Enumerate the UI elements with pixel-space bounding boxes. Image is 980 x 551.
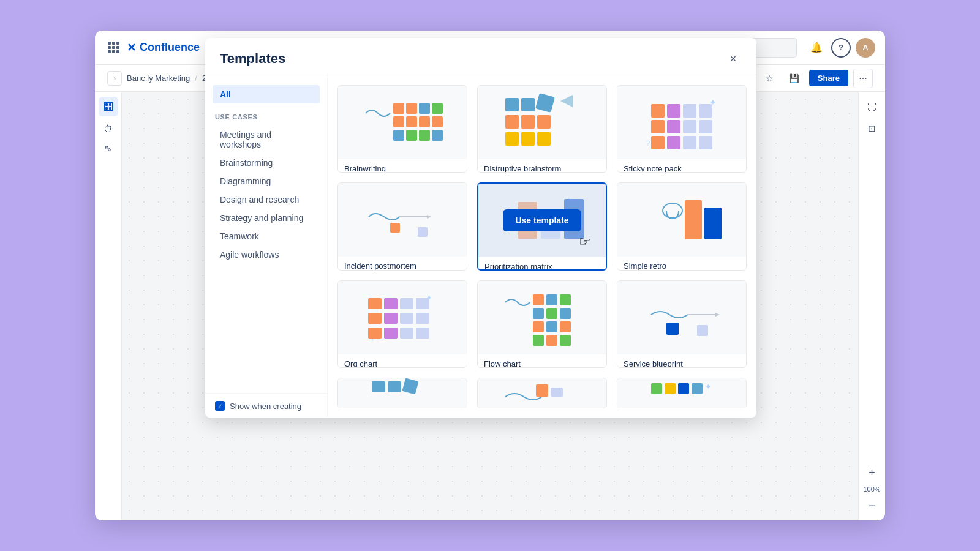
card-label-sticky: Sticky note pack xyxy=(617,159,746,173)
svg-rect-18 xyxy=(521,98,535,111)
save-icon[interactable]: 💾 xyxy=(785,69,804,88)
show-when-creating-checkbox[interactable]: ✓ xyxy=(215,401,225,411)
card-label-incident: Incident postmortem xyxy=(338,257,467,271)
sidebar-item-meetings[interactable]: Meetings and workshops xyxy=(213,126,320,154)
svg-rect-90 xyxy=(692,383,703,394)
svg-rect-69 xyxy=(546,308,557,319)
clock-icon[interactable]: ⏱ xyxy=(99,119,118,138)
card-preview-prioritization: ✦ Use template ☞ xyxy=(478,184,606,257)
zoom-out-button[interactable]: − xyxy=(862,496,882,515)
svg-rect-28 xyxy=(651,104,665,118)
more-options-button[interactable]: ··· xyxy=(853,69,873,88)
sidebar-item-teamwork[interactable]: Teamwork xyxy=(213,227,320,246)
sidebar-item-agile[interactable]: Agile workflows xyxy=(213,246,320,264)
card-preview-orgchart: ✦ ? xyxy=(338,281,467,354)
sidebar-item-design[interactable]: Design and research xyxy=(213,190,320,209)
svg-rect-4 xyxy=(109,107,111,110)
avatar[interactable]: A xyxy=(856,38,875,58)
template-card-partial2[interactable] xyxy=(477,378,607,408)
template-card-prioritization[interactable]: ✦ Use template ☞ xyxy=(477,182,607,271)
svg-rect-76 xyxy=(560,335,571,346)
svg-rect-33 xyxy=(667,120,680,133)
svg-rect-14 xyxy=(406,130,417,141)
svg-rect-74 xyxy=(533,335,544,346)
close-button[interactable]: × xyxy=(725,50,742,67)
card-preview-serviceblueprint xyxy=(617,281,746,354)
expand-icon[interactable]: ⛶ xyxy=(862,97,882,116)
card-label-serviceblueprint: Service blueprint xyxy=(617,354,746,368)
card-label-simpleretro: Simple retro xyxy=(617,257,746,271)
shrink-icon[interactable]: ⊡ xyxy=(862,119,882,138)
svg-rect-70 xyxy=(560,308,571,319)
template-card-partial1[interactable] xyxy=(337,378,467,408)
svg-rect-6 xyxy=(406,103,417,114)
notifications-icon[interactable]: 🔔 xyxy=(807,38,826,58)
svg-rect-1 xyxy=(105,103,108,106)
sidebar-toggle[interactable]: › xyxy=(107,71,122,86)
svg-rect-3 xyxy=(105,107,108,110)
svg-rect-9 xyxy=(393,116,404,127)
star-icon[interactable]: ☆ xyxy=(760,69,780,88)
svg-rect-82 xyxy=(388,381,401,392)
help-icon[interactable]: ? xyxy=(831,38,851,58)
card-preview-distruptive xyxy=(478,86,606,159)
template-card-orgchart[interactable]: ✦ ? xyxy=(337,280,467,368)
breadcrumb-workspace[interactable]: Banc.ly Marketing xyxy=(127,73,190,83)
template-card-incident[interactable]: Incident postmortem xyxy=(337,182,467,271)
template-card-flowchart[interactable]: Flow chart xyxy=(477,280,607,368)
use-template-button[interactable]: Use template xyxy=(503,209,581,231)
sidebar-item-diagramming[interactable]: Diagramming xyxy=(213,172,320,190)
app-logo[interactable]: ✕ Confluence xyxy=(127,41,200,54)
svg-rect-22 xyxy=(537,115,551,129)
svg-rect-55 xyxy=(400,298,413,309)
modal-header: Templates × xyxy=(205,38,756,75)
card-label-distruptive: Distruptive brainstorm xyxy=(478,159,606,173)
cursor-icon[interactable]: ⇖ xyxy=(99,138,118,158)
svg-rect-29 xyxy=(667,104,680,118)
svg-marker-78 xyxy=(715,313,720,317)
show-when-creating-label: Show when creating xyxy=(230,402,301,411)
templates-modal: Templates × All USE CASES Meetings and w… xyxy=(205,38,756,418)
template-card-sticky[interactable]: ✦ ? xyxy=(617,85,747,173)
svg-rect-65 xyxy=(533,294,544,305)
svg-rect-53 xyxy=(368,298,382,309)
sidebar-item-brainstorming[interactable]: Brainstorming xyxy=(213,154,320,172)
svg-rect-2 xyxy=(109,103,111,106)
svg-rect-12 xyxy=(432,116,443,127)
svg-rect-50 xyxy=(704,208,722,239)
template-card-distruptive[interactable]: Distruptive brainstorm xyxy=(477,85,607,173)
svg-text:✦: ✦ xyxy=(705,382,712,391)
svg-rect-62 xyxy=(384,328,398,339)
share-button[interactable]: Share xyxy=(809,70,848,86)
modal-title: Templates xyxy=(220,51,725,67)
svg-marker-41 xyxy=(427,215,431,219)
card-label-prioritization: Prioritization matrix xyxy=(478,257,606,271)
whiteboard-icon[interactable] xyxy=(99,97,118,116)
card-preview-simpleretro xyxy=(617,183,746,257)
all-templates-button[interactable]: All xyxy=(213,85,320,103)
svg-rect-38 xyxy=(683,136,696,149)
svg-rect-8 xyxy=(432,103,443,114)
breadcrumb-separator: / xyxy=(195,73,197,83)
svg-rect-10 xyxy=(406,116,417,127)
svg-rect-54 xyxy=(384,298,398,309)
svg-rect-13 xyxy=(393,130,404,141)
card-label-flowchart: Flow chart xyxy=(478,354,606,368)
sidebar-item-strategy[interactable]: Strategy and planning xyxy=(213,209,320,227)
template-card-partial3[interactable]: ✦ xyxy=(617,378,747,408)
svg-rect-43 xyxy=(418,227,428,237)
grid-apps-icon[interactable] xyxy=(105,39,122,56)
svg-rect-19 xyxy=(535,93,555,113)
svg-rect-72 xyxy=(546,321,557,332)
card-preview-partial3: ✦ xyxy=(617,378,746,408)
svg-rect-63 xyxy=(400,328,413,339)
svg-rect-84 xyxy=(536,384,548,397)
modal-body: All USE CASES Meetings and workshops Bra… xyxy=(205,75,756,418)
template-card-brainwriting[interactable]: Brainwriting xyxy=(337,85,467,173)
modal-footer: ✓ Show when creating xyxy=(205,393,327,418)
svg-rect-7 xyxy=(419,103,430,114)
template-card-simpleretro[interactable]: Simple retro xyxy=(617,182,747,271)
zoom-in-button[interactable]: + xyxy=(862,463,882,483)
svg-rect-16 xyxy=(432,130,443,141)
template-card-serviceblueprint[interactable]: Service blueprint xyxy=(617,280,747,368)
